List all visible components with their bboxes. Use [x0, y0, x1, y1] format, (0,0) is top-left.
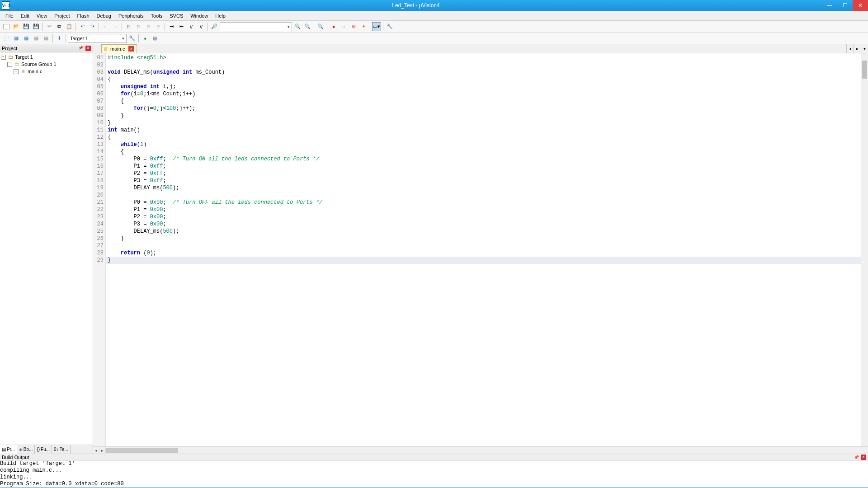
breakpoint-enable-button[interactable]: ○	[339, 22, 348, 31]
toolbar-separator	[99, 23, 99, 31]
project-tab-functions[interactable]: {}Fu...	[35, 445, 52, 454]
vertical-scrollbar[interactable]	[861, 53, 868, 446]
project-tab-books[interactable]: ◈Bo...	[17, 445, 35, 454]
tree-group-label: Source Group 1	[21, 61, 57, 67]
functions-icon: {}	[37, 447, 40, 452]
new-file-button[interactable]	[2, 22, 11, 31]
tree-toggle-icon[interactable]: +	[14, 69, 19, 74]
toolbar-separator	[138, 34, 139, 42]
horizontal-scrollbar[interactable]: ◂ ▸	[93, 446, 868, 454]
tree-file[interactable]: + 🗎 main.c	[1, 68, 92, 75]
menu-svcs[interactable]: SVCS	[166, 11, 187, 20]
manage-rte-button[interactable]: ▦	[151, 34, 160, 43]
main-toolbar: 📂 💾 💾 ✂ ⧉ 📋 ↶ ↷ ← → 🏳 🏳 🏳 🏳 ⇥ ⇤ // // 🔎 …	[0, 21, 868, 33]
bookmark-next-button[interactable]: 🏳	[144, 22, 153, 31]
menu-window[interactable]: Window	[187, 11, 212, 20]
build-toolbar: ⬚ ▦ ▦ ▦ ▦ ⬇ Target 1 🔧 ♦ ▦	[0, 33, 868, 44]
pin-icon[interactable]: 📌	[78, 46, 84, 51]
scroll-right-icon[interactable]: ▸	[99, 448, 106, 453]
maximize-button[interactable]: ☐	[837, 0, 853, 11]
tree-target[interactable]: − 🗀 Target 1	[1, 53, 92, 61]
pin-icon[interactable]: 📌	[854, 455, 859, 460]
toolbar-separator	[314, 23, 314, 31]
comment-button[interactable]: //	[187, 22, 196, 31]
project-panel-title: Project	[2, 46, 17, 51]
file-tab-mainc[interactable]: 🗎 main.c ×	[101, 44, 137, 53]
debug-start-button[interactable]: 🔍	[316, 22, 325, 31]
copy-button[interactable]: ⧉	[55, 22, 64, 31]
bookmark-prev-button[interactable]: 🏳	[134, 22, 143, 31]
build-output-header: Build Output 📌 ×	[0, 454, 868, 460]
indent-button[interactable]: ⇥	[167, 22, 176, 31]
open-file-button[interactable]: 📂	[12, 22, 21, 31]
toolbar-separator	[75, 23, 76, 31]
menu-project[interactable]: Project	[51, 11, 73, 20]
find-in-files-button[interactable]: 🔎	[210, 22, 219, 31]
tab-scroll-left[interactable]: ◂	[846, 44, 854, 53]
tree-toggle-icon[interactable]: −	[1, 55, 6, 60]
project-icon: ▤	[2, 447, 6, 452]
close-button[interactable]: ✕	[853, 0, 868, 11]
save-all-button[interactable]: 💾	[32, 22, 41, 31]
toolbar-separator	[383, 23, 383, 31]
minimize-button[interactable]: —	[822, 0, 837, 11]
outdent-button[interactable]: ⇤	[177, 22, 186, 31]
bookmark-toggle-button[interactable]: 🏳	[124, 22, 133, 31]
incremental-find-button[interactable]: 🔍	[303, 22, 312, 31]
menu-help[interactable]: Help	[212, 11, 229, 20]
tab-menu[interactable]: ▾	[861, 44, 868, 53]
close-tab-icon[interactable]: ×	[128, 46, 134, 52]
menu-view[interactable]: View	[33, 11, 51, 20]
menu-peripherals[interactable]: Peripherals	[115, 11, 147, 20]
menu-tools[interactable]: Tools	[147, 11, 166, 20]
menu-flash[interactable]: Flash	[74, 11, 93, 20]
target-combo[interactable]: Target 1	[68, 34, 127, 43]
project-tab-templates[interactable]: 0↓Te...	[52, 445, 70, 454]
close-icon[interactable]: ×	[861, 455, 866, 460]
redo-button[interactable]: ↷	[88, 22, 97, 31]
build-line: compiling main.c...	[0, 467, 868, 474]
window-layout-button[interactable]: ▭▾	[372, 22, 381, 31]
project-panel-header: Project 📌 ×	[0, 44, 93, 52]
save-button[interactable]: 💾	[22, 22, 31, 31]
find-button[interactable]: 🔍	[293, 22, 302, 31]
tree-group[interactable]: − 🗀 Source Group 1	[1, 61, 92, 68]
translate-button[interactable]: ⬚	[2, 34, 11, 43]
breakpoint-insert-button[interactable]: ●	[329, 22, 338, 31]
menu-debug[interactable]: Debug	[93, 11, 115, 20]
configure-button[interactable]: 🔧	[385, 22, 394, 31]
build-button[interactable]: ▦	[12, 34, 21, 43]
find-combo[interactable]	[220, 22, 292, 31]
breakpoint-disable-button[interactable]: ⊘	[349, 22, 358, 31]
bookmark-clear-button[interactable]: 🏳	[154, 22, 163, 31]
scroll-left-icon[interactable]: ◂	[93, 448, 99, 453]
undo-button[interactable]: ↶	[78, 22, 87, 31]
batch-build-button[interactable]: ▦	[32, 34, 41, 43]
hscroll-thumb[interactable]	[106, 448, 178, 453]
toolbar-separator	[165, 23, 165, 31]
menu-edit[interactable]: Edit	[17, 11, 33, 20]
build-line: linking...	[0, 474, 868, 481]
menu-bar: FileEditViewProjectFlashDebugPeripherals…	[0, 11, 868, 21]
breakpoint-kill-button[interactable]: ✦	[359, 22, 368, 31]
toolbar-separator	[122, 23, 122, 31]
manage-components-button[interactable]: ♦	[141, 34, 150, 43]
tree-toggle-icon[interactable]: −	[7, 62, 12, 67]
tab-scroll-right[interactable]: ▸	[854, 44, 861, 53]
project-tree[interactable]: − 🗀 Target 1 − 🗀 Source Group 1 + 🗎 main…	[0, 52, 93, 445]
rebuild-button[interactable]: ▦	[22, 34, 31, 43]
nav-back-button[interactable]: ←	[101, 22, 110, 31]
project-tab-project[interactable]: ▤Pr...	[0, 445, 17, 454]
paste-button[interactable]: 📋	[65, 22, 74, 31]
nav-forward-button[interactable]: →	[111, 22, 120, 31]
cut-button[interactable]: ✂	[45, 22, 54, 31]
build-output-body[interactable]: Build target 'Target 1'compiling main.c.…	[0, 460, 868, 488]
target-options-button[interactable]: 🔧	[127, 34, 137, 43]
uncomment-button[interactable]: //	[197, 22, 206, 31]
close-icon[interactable]: ×	[85, 46, 91, 51]
code-editor[interactable]: #include <reg51.h> void DELAY_ms(unsigne…	[106, 53, 861, 446]
stop-build-button[interactable]: ▦	[42, 34, 51, 43]
file-tab-label: main.c	[110, 46, 125, 52]
download-button[interactable]: ⬇	[55, 34, 64, 43]
menu-file[interactable]: File	[2, 11, 17, 20]
